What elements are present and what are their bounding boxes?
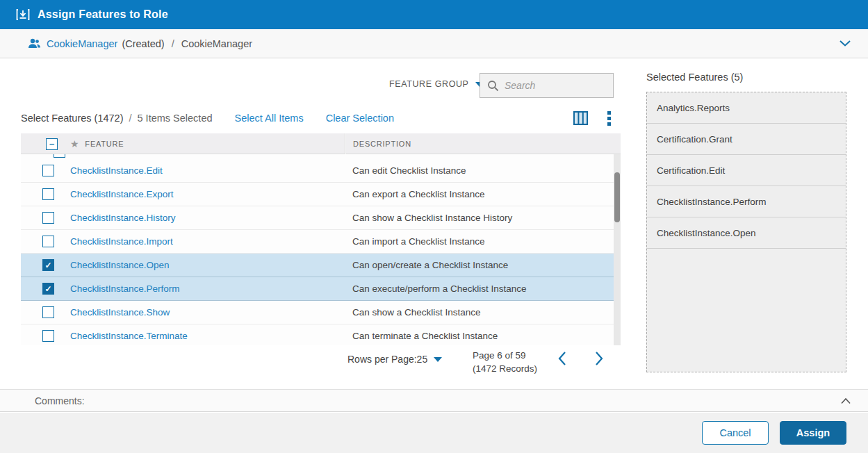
selected-feature-item[interactable]: ChecklistInstance.Open [647,217,846,249]
breadcrumb-separator: / [172,38,174,49]
comments-section[interactable]: Comments: [0,389,868,412]
table-row[interactable]: ChecklistInstance.Export Can export a Ch… [21,183,621,206]
table-row[interactable]: ChecklistInstance.Edit Can edit Checklis… [21,159,621,183]
feature-description: Can show a Checklist Instance [345,307,621,318]
feature-link[interactable]: ChecklistInstance.Import [70,236,345,247]
toolbar-separator: / [129,113,132,124]
pagination: Rows per Page:25 Page 6 of 59 (1472 Reco… [21,345,621,377]
page-info: Page 6 of 59 (1472 Records) [473,349,537,375]
scrollbar-thumb[interactable] [614,172,620,222]
chevron-up-icon[interactable] [840,397,851,404]
feature-description: Can show a Checklist Instance History [345,213,621,223]
feature-description: Can execute/perform a Checklist Instance [345,283,621,294]
search-box[interactable] [480,73,614,98]
breadcrumb-current: CookieManager [181,38,252,49]
feature-description: Can export a Checklist Instance [345,189,621,199]
row-checkbox[interactable]: ✓ [42,283,54,295]
column-header-feature[interactable]: FEATURE [85,140,124,148]
breadcrumb-role-status: (Created) [122,38,164,49]
feature-description: Can terminate a Checklist Instance [345,331,621,341]
selected-feature-item[interactable]: Analytics.Reports [647,92,846,124]
row-checkbox[interactable]: ✓ [42,259,54,271]
dialog-title: Assign Features to Role [38,8,168,21]
chevron-down-icon[interactable] [839,40,851,47]
table-row[interactable]: ✓ ChecklistInstance.Perform Can execute/… [21,277,621,301]
dialog-titlebar: Assign Features to Role [0,0,868,29]
table-row[interactable]: ✓ ChecklistInstance.Open Can open/create… [21,254,621,277]
table-row[interactable]: ChecklistInstance.Terminate Can terminat… [21,324,621,345]
selected-features-title: Selected Features (5) [646,72,846,83]
row-checkbox[interactable] [42,188,54,200]
search-icon [487,80,499,92]
feature-description: Can import a Checklist Instance [345,236,621,247]
select-all-items-link[interactable]: Select All Items [235,113,304,124]
dropdown-arrow-icon [434,357,442,362]
selected-feature-item[interactable]: ChecklistInstance.Perform [647,186,846,217]
comments-label: Comments: [35,395,85,406]
column-chooser-icon[interactable] [573,111,588,125]
select-all-checkbox[interactable]: – [46,138,58,150]
selected-feature-item[interactable]: Certification.Edit [647,155,846,186]
feature-link[interactable]: ChecklistInstance.Show [70,307,345,318]
rows-per-page-dropdown[interactable]: Rows per Page:25 [347,354,442,365]
next-page-icon[interactable] [594,351,604,366]
selected-features-list: Analytics.Reports Certification.Grant Ce… [646,92,846,372]
items-selected-count: 5 Items Selected [138,113,213,124]
column-header-description[interactable]: DESCRIPTION [345,133,621,154]
row-checkbox[interactable] [42,165,54,176]
feature-link[interactable]: ChecklistInstance.Export [70,189,345,199]
dialog-footer: Cancel Assign [0,413,868,453]
features-table: – ★ FEATURE DESCRIPTION ChecklistInstanc… [21,133,621,345]
more-options-kebab-icon[interactable] [607,111,611,126]
select-features-count: Select Features (1472) [21,113,124,124]
feature-description: Can open/create a Checklist Instance [345,260,621,270]
table-body: ChecklistInstance.Edit Can edit Checklis… [21,154,621,345]
table-row[interactable]: ChecklistInstance.Show Can show a Checkl… [21,301,621,324]
feature-link[interactable]: ChecklistInstance.Perform [70,283,345,294]
table-row[interactable]: ChecklistInstance.History Can show a Che… [21,206,621,230]
row-checkbox[interactable] [42,306,54,318]
row-checkbox[interactable] [42,212,54,224]
selected-feature-item[interactable]: Certification.Grant [647,124,846,155]
clear-selection-link[interactable]: Clear Selection [326,113,394,124]
cancel-button[interactable]: Cancel [702,421,769,445]
assign-button[interactable]: Assign [780,421,846,445]
assign-features-icon [15,7,31,22]
selected-features-panel: Selected Features (5) Analytics.Reports … [646,72,846,372]
table-row[interactable]: ChecklistInstance.Import Can import a Ch… [21,230,621,254]
feature-link[interactable]: ChecklistInstance.Open [70,260,345,270]
search-input[interactable] [505,80,602,91]
previous-page-icon[interactable] [557,351,567,366]
breadcrumb-role-link[interactable]: CookieManager [47,38,117,49]
page-number: Page 6 of 59 [473,349,537,362]
table-scrollbar[interactable] [614,154,621,345]
records-count: (1472 Records) [473,362,537,375]
rows-per-page-label: Rows per Page:25 [347,354,427,365]
star-icon[interactable]: ★ [70,138,79,149]
selection-toolbar: Select Features (1472) / 5 Items Selecte… [21,110,621,126]
feature-group-dropdown[interactable]: FEATURE GROUP [389,79,484,89]
table-header: – ★ FEATURE DESCRIPTION [21,133,621,154]
feature-description: Can edit Checklist Instance [345,165,621,176]
breadcrumb: CookieManager (Created) / CookieManager [0,29,868,58]
clipped-row [21,154,621,159]
feature-link[interactable]: ChecklistInstance.History [70,213,345,223]
row-checkbox[interactable] [42,236,54,247]
feature-link[interactable]: ChecklistInstance.Terminate [70,331,345,341]
feature-link[interactable]: ChecklistInstance.Edit [70,165,345,176]
row-checkbox[interactable] [42,330,54,342]
feature-group-label: FEATURE GROUP [389,79,469,89]
role-group-icon [28,38,41,49]
